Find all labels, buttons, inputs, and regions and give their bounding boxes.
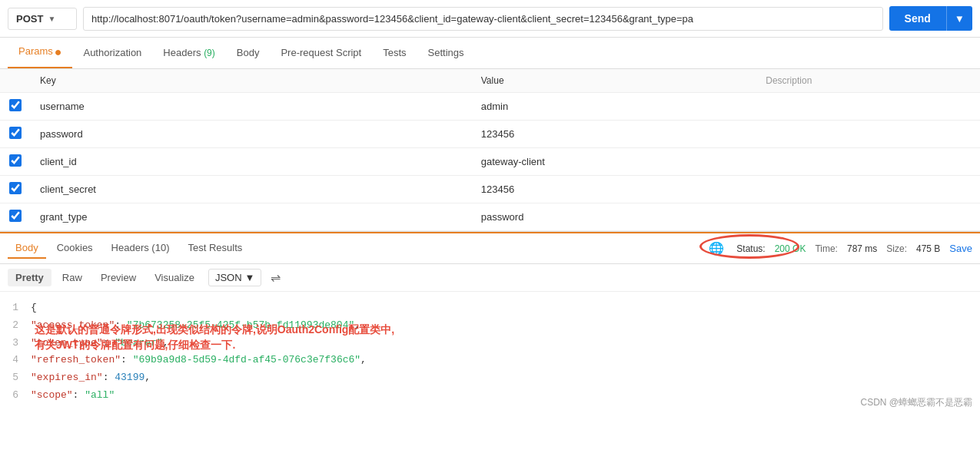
line-number: 5 (0, 370, 31, 386)
code-line: 6 "scope": "all" (0, 387, 980, 405)
send-button[interactable]: Send (889, 6, 946, 31)
row-checkbox[interactable] (9, 154, 22, 167)
params-section: Key Value Description username admin pas… (0, 69, 980, 232)
row-value: 123456 (472, 176, 757, 203)
tab-authorization[interactable]: Authorization (72, 39, 152, 68)
send-arrow-button[interactable]: ▼ (946, 6, 972, 31)
wrap-icon[interactable]: ⇌ (271, 270, 281, 285)
code-line: 3 "token_type": "bearer", (0, 335, 980, 352)
code-line: 4 "refresh_token": "69b9a9d8-5d59-4dfd-a… (0, 352, 980, 369)
code-line: 5 "expires_in": 43199, (0, 369, 980, 387)
line-number: 1 (0, 300, 31, 316)
params-header-check (0, 69, 31, 93)
method-select[interactable]: POST ▼ (8, 8, 77, 30)
code-line: 2 "access_token": "7b673258-25f5-425f-b5… (0, 317, 980, 335)
row-checkbox[interactable] (9, 99, 22, 111)
params-header-value: Value (472, 69, 757, 93)
time-value: 787 ms (847, 243, 877, 254)
row-desc (756, 93, 980, 121)
line-number: 2 (0, 318, 31, 334)
params-header-key: Key (31, 69, 472, 93)
url-input[interactable] (83, 7, 883, 31)
code-content: { (31, 300, 980, 316)
response-tab-headers[interactable]: Headers (10) (104, 238, 178, 259)
tab-settings[interactable]: Settings (417, 39, 475, 68)
params-dot: ● (55, 45, 62, 58)
status-label: Status: (736, 243, 765, 254)
fmt-tab-raw[interactable]: Raw (55, 269, 90, 286)
tab-headers[interactable]: Headers (9) (152, 39, 225, 68)
format-bar: Pretty Raw Preview Visualize JSON ▼ ⇌ (0, 264, 980, 292)
fmt-tab-preview[interactable]: Preview (93, 269, 144, 286)
table-row: password 123456 (0, 121, 980, 148)
line-number: 4 (0, 352, 31, 369)
row-checkbox[interactable] (9, 182, 22, 194)
code-content: "access_token": "7b673258-25f5-425f-b57b… (31, 318, 980, 334)
status-info: 🌐 Status: 200 OK Time: 787 ms Size: 475 … (709, 241, 972, 256)
method-label: POST (16, 13, 43, 25)
code-content: "scope": "all" (31, 388, 980, 404)
line-number: 3 (0, 336, 31, 352)
line-number: 6 (0, 388, 31, 404)
size-label: Size: (886, 243, 907, 254)
globe-icon: 🌐 (709, 241, 724, 256)
response-tab-body[interactable]: Body (8, 238, 46, 259)
row-key: password (31, 121, 472, 148)
params-table: Key Value Description username admin pas… (0, 69, 980, 231)
fmt-tab-visualize[interactable]: Visualize (147, 269, 202, 286)
request-tabs-bar: Params● Authorization Headers (9) Body P… (0, 38, 980, 69)
time-label: Time: (815, 243, 838, 254)
row-value: admin (472, 93, 757, 121)
method-chevron-icon: ▼ (48, 15, 55, 23)
params-header-desc: Description (756, 69, 980, 93)
status-value: 200 OK (775, 243, 806, 254)
response-tab-test-results[interactable]: Test Results (180, 238, 250, 259)
send-btn-group: Send ▼ (889, 6, 972, 31)
tab-params[interactable]: Params● (8, 38, 72, 68)
row-desc (756, 203, 980, 231)
csdn-watermark: CSDN @蟑螂恶霸不是恶霸 (860, 396, 972, 409)
row-desc (756, 121, 980, 148)
url-bar: POST ▼ Send ▼ (0, 0, 980, 38)
code-area: 1 { 2 "access_token": "7b673258-25f5-425… (0, 292, 980, 412)
row-value: 123456 (472, 121, 757, 148)
row-checkbox[interactable] (9, 127, 22, 139)
code-content: "refresh_token": "69b9a9d8-5d59-4dfd-af4… (31, 352, 980, 369)
row-value: gateway-client (472, 148, 757, 176)
row-value: password (472, 203, 757, 231)
fmt-tab-pretty[interactable]: Pretty (8, 269, 51, 286)
row-key: grant_type (31, 203, 472, 231)
row-checkbox[interactable] (9, 210, 22, 222)
code-content: "expires_in": 43199, (31, 370, 980, 386)
table-row: grant_type password (0, 203, 980, 231)
row-key: client_id (31, 148, 472, 176)
main-content: Body Cookies Headers (10) Test Results 🌐… (0, 232, 980, 412)
save-button[interactable]: Save (949, 243, 972, 254)
table-row: client_id gateway-client (0, 148, 980, 176)
response-tab-cookies[interactable]: Cookies (49, 238, 101, 259)
tab-prerequest[interactable]: Pre-request Script (270, 39, 372, 68)
format-select[interactable]: JSON ▼ (208, 269, 262, 286)
row-desc (756, 148, 980, 176)
code-line: 1 { (0, 299, 980, 317)
row-key: username (31, 93, 472, 121)
tab-body[interactable]: Body (226, 39, 271, 68)
table-row: client_secret 123456 (0, 176, 980, 203)
row-key: client_secret (31, 176, 472, 203)
format-chevron-icon: ▼ (245, 272, 255, 283)
tab-tests[interactable]: Tests (372, 39, 417, 68)
row-desc (756, 176, 980, 203)
size-value: 475 B (916, 243, 940, 254)
code-content: "token_type": "bearer", (31, 336, 980, 352)
response-bar: Body Cookies Headers (10) Test Results 🌐… (0, 232, 980, 264)
format-select-label: JSON (215, 272, 242, 283)
table-row: username admin (0, 93, 980, 121)
